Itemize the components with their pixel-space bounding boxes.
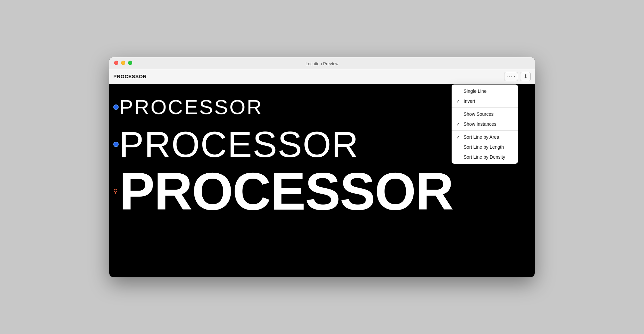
menu-item-sort-density[interactable]: Sort Line by Density [452, 152, 518, 162]
processor-text-medium: PROCESSOR [119, 126, 359, 163]
processor-text-small: PROCESSOR [119, 97, 263, 117]
menu-item-label: Sort Line by Length [464, 144, 504, 150]
menu-item-sort-length[interactable]: Sort Line by Length [452, 142, 518, 152]
circle-indicator-blue [113, 104, 119, 110]
preview-row-3: ⚲ PROCESSOR [119, 162, 525, 221]
close-button[interactable] [114, 61, 118, 65]
toolbar: PROCESSOR ··· ▾ ⬇ Single Line ✓ Invert [109, 69, 535, 84]
menu-item-label: Sort Line by Density [464, 154, 505, 160]
row-indicator-2 [113, 142, 119, 147]
checkmark-icon: ✓ [456, 121, 460, 126]
font-name-label: PROCESSOR [113, 74, 147, 79]
main-window: Location Preview PROCESSOR ··· ▾ ⬇ Singl… [109, 57, 535, 277]
menu-item-show-sources[interactable]: Show Sources [452, 109, 518, 119]
menu-item-label: Invert [464, 98, 475, 104]
menu-item-label: Show Instances [464, 121, 496, 127]
dots-icon: ··· [507, 74, 513, 79]
menu-item-single-line[interactable]: Single Line [452, 86, 518, 96]
pin-button[interactable]: ⬇ [520, 72, 531, 81]
pin-indicator-icon: ⚲ [113, 188, 118, 195]
traffic-lights [114, 61, 132, 65]
minimize-button[interactable] [121, 61, 125, 65]
checkmark-icon: ✓ [456, 98, 460, 103]
title-bar: Location Preview [109, 57, 535, 69]
circle-indicator-blue-2 [113, 142, 119, 147]
chevron-down-icon: ▾ [513, 75, 515, 78]
options-button[interactable]: ··· ▾ [504, 72, 518, 81]
window-title: Location Preview [306, 61, 339, 66]
menu-divider-1 [452, 107, 518, 108]
menu-divider-2 [452, 130, 518, 131]
checkmark-icon: ✓ [456, 134, 460, 139]
dropdown-menu: Single Line ✓ Invert Show Sources ✓ Show… [452, 84, 518, 164]
menu-item-label: Show Sources [464, 111, 493, 117]
menu-item-show-instances[interactable]: ✓ Show Instances [452, 119, 518, 129]
maximize-button[interactable] [128, 61, 132, 65]
menu-item-label: Single Line [464, 88, 486, 94]
toolbar-right: ··· ▾ ⬇ Single Line ✓ Invert Show Source… [504, 72, 531, 81]
menu-item-invert[interactable]: ✓ Invert [452, 96, 518, 106]
row-indicator-1 [113, 104, 119, 110]
row-indicator-3: ⚲ [113, 188, 118, 195]
menu-item-sort-area[interactable]: ✓ Sort Line by Area [452, 132, 518, 142]
processor-text-large: PROCESSOR [119, 165, 453, 218]
pin-icon: ⬇ [523, 73, 528, 80]
menu-item-label: Sort Line by Area [464, 134, 499, 140]
